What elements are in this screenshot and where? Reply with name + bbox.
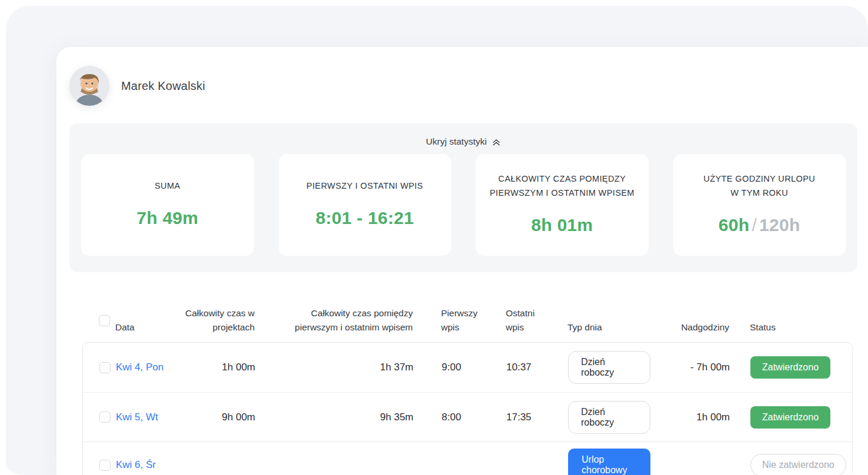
project-time-cell: 9h 00m [175,412,255,423]
col-header-date: Data [115,320,174,334]
main-card: Marek Kowalski Ukryj statystyki SUMA 7h … [56,47,868,475]
date-link[interactable]: Kwi 4, Pon [116,362,175,373]
stat-label: PIERWSZY I OSTATNI WPIS [306,179,423,193]
col-header-day-type: Typ dnia [544,320,650,334]
first-entry-cell: 9:00 [413,362,480,373]
last-entry-cell: 17:35 [480,412,545,423]
table-row: Kwi 5, Wt 9h 00m 9h 35m 8:00 17:35 Dzień… [83,392,852,441]
row-checkbox[interactable] [99,362,111,373]
col-header-first-entry: Pierwszy wpis [413,306,479,334]
overtime-cell: - 7h 00m [650,362,732,373]
time-entries-table: Data Całkowity czas w projektach Całkowi… [82,290,853,475]
vacation-separator: / [749,215,759,235]
hide-statistics-toggle[interactable]: Ukryj statystyki [81,132,846,152]
row-checkbox[interactable] [99,412,111,423]
header-checkbox-cell [82,315,115,326]
day-type-pill[interactable]: Dzień roboczy [568,351,650,384]
vacation-total: 120h [759,215,800,235]
hide-statistics-label: Ukryj statystyki [426,136,486,147]
col-header-between-time: Całkowity czas pomiędzy pierwszym i osta… [255,306,413,334]
col-header-overtime: Nadgodziny [650,320,731,334]
stat-card-first-last-entry: PIERWSZY I OSTATNI WPIS 8:01 - 16:21 [279,154,452,256]
first-entry-cell: 8:00 [413,412,480,423]
vacation-used: 60h [719,215,750,235]
between-time-cell: 1h 37m [255,362,413,373]
date-link[interactable]: Kwi 5, Wt [116,412,175,423]
stat-label-line2: PIERWSZYM I OSTATNIM WPISEM [490,188,635,198]
last-entry-cell: 10:37 [480,362,545,373]
day-type-pill[interactable]: Dzień roboczy [568,401,650,434]
chevron-double-up-icon [492,138,501,147]
col-header-project-time: Całkowity czas w projektach [174,306,255,334]
date-link[interactable]: Kwi 6, Śr [116,459,175,471]
avatar [69,66,109,106]
screen: Marek Kowalski Ukryj statystyki SUMA 7h … [0,0,868,475]
stat-value-vacation: 60h/120h [719,215,800,235]
stat-label-line1: UŻYTE GODZINY URLOPU [703,174,815,183]
stat-label-line2: W TYM ROKU [730,188,788,198]
status-badge-approved[interactable]: Zatwierdzono [750,356,830,379]
stat-value: 8:01 - 16:21 [316,208,414,228]
table-row: Kwi 6, Śr Urlop chorobowy Nie zatwierdzo… [83,441,852,475]
stat-label: SUMA [155,179,181,193]
statistics-panel: Ukryj statystyki SUMA 7h 49m PIERWSZY I … [69,123,857,272]
stat-label-line1: CAŁKOWITY CZAS POMIĘDZY [498,174,626,183]
row-checkbox[interactable] [99,460,111,471]
col-header-last-entry: Ostatni wpis [479,306,544,334]
stat-cards: SUMA 7h 49m PIERWSZY I OSTATNI WPIS 8:01… [81,154,846,256]
stat-label: CAŁKOWITY CZAS POMIĘDZY PIERWSZYM I OSTA… [490,172,635,200]
status-badge-not-approved[interactable]: Nie zatwierdzono [750,454,846,475]
stat-value: 8h 01m [531,215,593,235]
stat-card-vacation-hours: UŻYTE GODZINY URLOPU W TYM ROKU 60h/120h [673,154,846,256]
stat-card-total: SUMA 7h 49m [81,154,254,256]
stat-card-time-between: CAŁKOWITY CZAS POMIĘDZY PIERWSZYM I OSTA… [476,154,649,256]
user-name: Marek Kowalski [121,79,205,93]
status-badge-approved[interactable]: Zatwierdzono [750,406,830,429]
table-body: Kwi 4, Pon 1h 00m 1h 37m 9:00 10:37 Dzie… [82,342,853,475]
stat-value: 7h 49m [136,208,198,228]
table-header-row: Data Całkowity czas w projektach Całkowi… [82,290,853,342]
table-row: Kwi 4, Pon 1h 00m 1h 37m 9:00 10:37 Dzie… [83,343,852,392]
overtime-cell: 1h 00m [650,412,732,423]
col-header-status: Status [731,320,853,334]
stat-label: UŻYTE GODZINY URLOPU W TYM ROKU [703,172,815,200]
day-type-pill-sick-leave[interactable]: Urlop chorobowy [568,449,650,475]
project-time-cell: 1h 00m [175,362,255,373]
select-all-checkbox[interactable] [99,315,110,326]
between-time-cell: 9h 35m [255,412,413,423]
user-header: Marek Kowalski [56,47,868,106]
